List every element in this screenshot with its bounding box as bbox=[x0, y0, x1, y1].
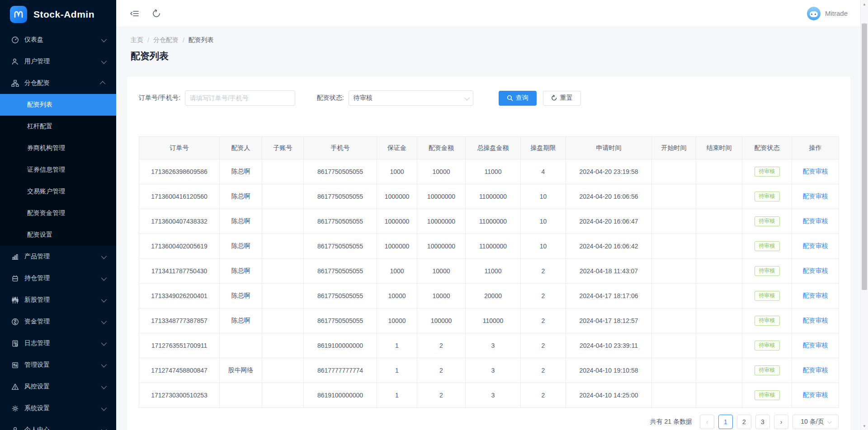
page-size-select[interactable]: 10 条/页 bbox=[793, 415, 839, 429]
table-cell: 2024-04-20 16:06:56 bbox=[566, 184, 652, 209]
chevron-down-icon bbox=[101, 405, 107, 411]
collapse-sidebar-icon[interactable] bbox=[129, 8, 141, 19]
sidebar-item-9[interactable]: 风控设置 bbox=[0, 376, 116, 397]
scrollbar-thumb[interactable] bbox=[862, 23, 867, 290]
table-cell: 10000000 bbox=[417, 234, 466, 259]
chevron-down-icon bbox=[464, 94, 470, 100]
search-button[interactable]: 查询 bbox=[499, 91, 537, 106]
table-cell: 8617750505055 bbox=[304, 159, 377, 184]
audit-action-link[interactable]: 配资审核 bbox=[803, 267, 828, 274]
sidebar-item-4[interactable]: 持仓管理 bbox=[0, 267, 116, 289]
audit-action-link[interactable]: 配资审核 bbox=[803, 391, 828, 398]
table-cell: 2024-04-20 16:06:42 bbox=[566, 234, 652, 259]
table-row: 1713600407438332陈总啊861775050505510000001… bbox=[139, 209, 839, 234]
submenu-item[interactable]: 交易账户管理 bbox=[0, 181, 116, 202]
table-cell-action: 配资审核 bbox=[792, 383, 839, 408]
submenu-item[interactable]: 配资资金管理 bbox=[0, 202, 116, 224]
audit-action-link[interactable]: 配资审核 bbox=[803, 168, 828, 175]
scrollbar[interactable]: ▲ ▼ bbox=[860, 0, 868, 430]
status-badge: 待审核 bbox=[755, 192, 780, 201]
warehouse-allocation-icon bbox=[11, 79, 19, 87]
audit-action-link[interactable]: 配资审核 bbox=[803, 341, 828, 349]
sidebar-item-11[interactable]: 个人中心 bbox=[0, 419, 116, 430]
order-search-input[interactable] bbox=[185, 90, 295, 106]
status-select[interactable]: 待审核 bbox=[349, 90, 473, 106]
status-badge: 待审核 bbox=[755, 216, 780, 226]
status-badge: 待审核 bbox=[755, 241, 780, 251]
breadcrumb-separator: / bbox=[147, 37, 149, 44]
table-cell: 1713600402005619 bbox=[139, 234, 220, 259]
scroll-down-arrow-icon[interactable]: ▼ bbox=[861, 422, 868, 430]
table-cell: 11000 bbox=[466, 259, 521, 284]
user-name[interactable]: Mitrade bbox=[825, 9, 848, 17]
table-cell: 1 bbox=[377, 383, 417, 408]
sidebar-item-2[interactable]: 分仓配资 bbox=[0, 72, 116, 94]
table-cell-status: 待审核 bbox=[742, 184, 792, 209]
breadcrumb-item[interactable]: 分仓配资 bbox=[153, 36, 179, 44]
submenu-item[interactable]: 配资设置 bbox=[0, 224, 116, 246]
submenu-item[interactable]: 配资列表 bbox=[0, 94, 116, 116]
table-row: 1713626398609586陈总啊861775050505510001000… bbox=[139, 159, 839, 184]
table-cell: 2 bbox=[417, 358, 466, 383]
table-cell: 陈总啊 bbox=[220, 284, 262, 308]
submenu-item[interactable]: 杠杆配置 bbox=[0, 116, 116, 137]
system-settings-icon bbox=[11, 404, 19, 412]
breadcrumb-item[interactable]: 主页 bbox=[131, 36, 143, 44]
pagination-total: 共有 21 条数据 bbox=[650, 418, 692, 426]
product-management-icon bbox=[11, 252, 19, 261]
table-cell: 2024-04-18 11:43:07 bbox=[566, 259, 652, 284]
table-cell: 1712763551700911 bbox=[139, 333, 220, 358]
sidebar-item-0[interactable]: 仪表盘 bbox=[0, 29, 116, 51]
audit-action-link[interactable]: 配资审核 bbox=[803, 217, 828, 224]
sidebar-item-label: 新股管理 bbox=[24, 296, 101, 304]
sidebar-item-10[interactable]: 系统设置 bbox=[0, 397, 116, 419]
table-cell bbox=[262, 308, 304, 333]
table-cell-action: 配资审核 bbox=[792, 358, 839, 383]
sidebar-item-label: 持仓管理 bbox=[24, 274, 101, 282]
prev-page-button[interactable]: ‹ bbox=[700, 415, 714, 429]
sidebar-item-8[interactable]: 管理设置 bbox=[0, 354, 116, 376]
reset-button[interactable]: 重置 bbox=[543, 91, 581, 106]
table-cell: 陈总啊 bbox=[220, 234, 262, 259]
next-page-button[interactable]: › bbox=[774, 415, 788, 429]
table-cell bbox=[262, 234, 304, 259]
page-button-2[interactable]: 2 bbox=[737, 415, 751, 429]
sidebar-item-7[interactable]: 日志管理 bbox=[0, 332, 116, 354]
audit-action-link[interactable]: 配资审核 bbox=[803, 317, 828, 324]
table-cell: 3 bbox=[466, 333, 521, 358]
submenu-item[interactable]: 证券信息管理 bbox=[0, 159, 116, 181]
audit-action-link[interactable]: 配资审核 bbox=[803, 192, 828, 200]
chevron-down-icon bbox=[101, 340, 107, 346]
table-cell: 1713349026200401 bbox=[139, 284, 220, 308]
table-cell: 1713600416120560 bbox=[139, 184, 220, 209]
sidebar-item-label: 系统设置 bbox=[24, 404, 101, 412]
funds-management-icon bbox=[11, 318, 19, 326]
audit-action-link[interactable]: 配资审核 bbox=[803, 366, 828, 374]
sidebar-item-1[interactable]: 用户管理 bbox=[0, 51, 116, 72]
table-cell-action: 配资审核 bbox=[792, 234, 839, 259]
page-button-1[interactable]: 1 bbox=[718, 415, 733, 429]
page-title: 配资列表 bbox=[131, 50, 846, 62]
table-cell: 10000000 bbox=[417, 209, 466, 234]
column-header: 开始时间 bbox=[652, 137, 696, 159]
audit-action-link[interactable]: 配资审核 bbox=[803, 292, 828, 299]
column-header: 配资金额 bbox=[417, 137, 466, 159]
table-cell bbox=[262, 259, 304, 284]
sidebar-item-5[interactable]: 新股管理 bbox=[0, 289, 116, 311]
column-header: 总操盘金额 bbox=[466, 137, 521, 159]
submenu-item[interactable]: 券商机构管理 bbox=[0, 137, 116, 159]
sidebar-item-3[interactable]: 产品管理 bbox=[0, 246, 116, 267]
table-cell bbox=[220, 333, 262, 358]
scroll-up-arrow-icon[interactable]: ▲ bbox=[861, 0, 868, 8]
sidebar-item-6[interactable]: 资金管理 bbox=[0, 311, 116, 332]
refresh-icon[interactable] bbox=[151, 8, 162, 19]
user-avatar[interactable] bbox=[807, 7, 821, 20]
status-select-value: 待审核 bbox=[354, 94, 464, 102]
table-cell bbox=[696, 184, 742, 209]
status-badge: 待审核 bbox=[755, 291, 780, 300]
audit-action-link[interactable]: 配资审核 bbox=[803, 242, 828, 249]
page-button-3[interactable]: 3 bbox=[755, 415, 770, 429]
table-cell bbox=[652, 333, 696, 358]
table-cell bbox=[696, 209, 742, 234]
table-cell: 10000 bbox=[417, 159, 466, 184]
